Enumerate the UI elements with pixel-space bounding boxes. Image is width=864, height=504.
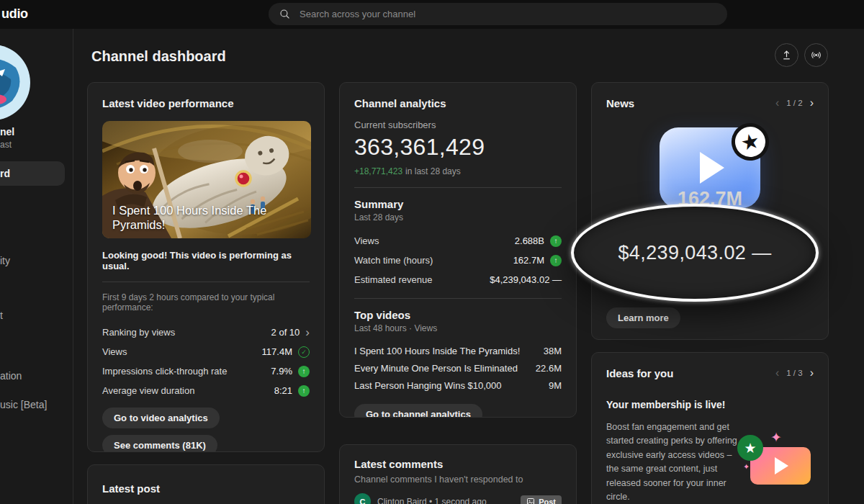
search-input[interactable] bbox=[300, 9, 717, 19]
top-bar: udio bbox=[0, 0, 864, 29]
sparkle-icon: ✦ bbox=[770, 429, 782, 446]
summary-row-views: Views 2.688B↑ bbox=[354, 231, 562, 251]
growth-period: in last 28 days bbox=[405, 166, 461, 176]
top-videos-period: Last 48 hours · Views bbox=[354, 323, 562, 333]
ideas-for-you-card: Ideas for you ‹ 1 / 3 › Your membership … bbox=[591, 352, 829, 504]
search-bar[interactable] bbox=[269, 3, 727, 25]
sidebar: nel ast rd ity t ation usic [Beta] bbox=[0, 29, 73, 504]
top-video-row[interactable]: Every Minute One Person Is Eliminated 22… bbox=[354, 359, 562, 377]
latest-comments-card: Latest comments Channel comments I haven… bbox=[339, 444, 577, 504]
sidebar-item-monetization[interactable]: ation bbox=[0, 370, 22, 382]
summary-row-watchtime: Watch time (hours) 162.7M↑ bbox=[354, 251, 562, 270]
latest-video-thumbnail[interactable]: I Spent 100 Hours Inside The Pyramids! bbox=[102, 121, 311, 238]
metric-value: 8:21 bbox=[274, 385, 292, 396]
go-live-icon bbox=[810, 49, 822, 61]
card-title: Latest comments bbox=[354, 458, 562, 470]
channel-analytics-card: Channel analytics Current subscribers 36… bbox=[339, 82, 577, 418]
metric-value: 162.7M bbox=[513, 255, 544, 266]
sidebar-item-label: rd bbox=[0, 168, 10, 179]
comparison-note: First 9 days 2 hours compared to your ty… bbox=[102, 292, 310, 312]
ideas-pager: ‹ 1 / 3 › bbox=[775, 366, 814, 379]
divider bbox=[354, 187, 562, 188]
summary-title: Summary bbox=[354, 198, 562, 210]
sidebar-item-music-beta[interactable]: usic [Beta] bbox=[0, 399, 47, 410]
thumbnail-title-overlay: I Spent 100 Hours Inside The Pyramids! bbox=[112, 203, 274, 233]
metric-label: Estimated revenue bbox=[354, 274, 432, 285]
card-title: Latest video performance bbox=[102, 97, 310, 109]
metric-value: 7.9% bbox=[271, 366, 292, 377]
go-to-video-analytics-button[interactable]: Go to video analytics bbox=[102, 408, 220, 428]
magnifier-lens-annotation: $4,239,043.02 — bbox=[571, 204, 819, 302]
top-video-title: Last Person Hanging Wins $10,000 bbox=[354, 380, 502, 391]
pager-count: 1 / 2 bbox=[786, 99, 802, 107]
metric-row-views: Views 117.4M✓ bbox=[102, 342, 310, 361]
metric-label: Average view duration bbox=[102, 385, 194, 396]
check-circle-icon: ✓ bbox=[298, 346, 310, 358]
arrow-up-circle-icon: ↑ bbox=[550, 235, 562, 247]
sidebar-item-fragment[interactable]: t bbox=[0, 310, 3, 321]
pager-next-icon[interactable]: › bbox=[810, 96, 814, 109]
divider bbox=[354, 298, 562, 299]
metric-row-ranking[interactable]: Ranking by views 2 of 10› bbox=[102, 323, 310, 342]
go-live-button[interactable] bbox=[804, 43, 828, 67]
metric-label: Impressions click-through rate bbox=[102, 366, 227, 377]
pager-prev-icon[interactable]: ‹ bbox=[775, 96, 779, 109]
metric-label: Ranking by views bbox=[102, 327, 175, 338]
top-video-row[interactable]: Last Person Hanging Wins $10,000 9M bbox=[354, 377, 562, 394]
membership-star-badge-icon: ★ bbox=[737, 435, 763, 461]
avatar-art bbox=[0, 45, 30, 120]
pager-prev-icon[interactable]: ‹ bbox=[775, 366, 779, 379]
divider bbox=[102, 282, 310, 282]
metric-value: $4,239,043.02 — bbox=[490, 274, 562, 285]
latest-post-card: Latest post bbox=[87, 464, 325, 504]
metric-value: 2.688B bbox=[515, 235, 544, 246]
learn-more-button[interactable]: Learn more bbox=[606, 307, 680, 328]
metric-row-avd: Average view duration 8:21↑ bbox=[102, 381, 310, 400]
summary-period: Last 28 days bbox=[354, 212, 562, 222]
ideas-headline: Your membership is live! bbox=[606, 399, 725, 410]
card-title: Latest post bbox=[102, 482, 310, 495]
top-video-views: 38M bbox=[544, 346, 562, 356]
sidebar-divider bbox=[73, 29, 73, 504]
commenter-avatar: C bbox=[354, 493, 371, 504]
channel-avatar[interactable] bbox=[0, 45, 30, 120]
pager-next-icon[interactable]: › bbox=[810, 366, 814, 379]
upload-icon bbox=[780, 49, 793, 61]
subscriber-count: 363,361,429 bbox=[354, 134, 562, 161]
star-icon: ★ bbox=[744, 441, 756, 455]
arrow-up-circle-icon: ↑ bbox=[298, 385, 310, 397]
lens-revenue-value: $4,239,043.02 — bbox=[618, 242, 771, 264]
see-comments-button[interactable]: See comments (81K) bbox=[102, 435, 217, 452]
post-badge-label: Post bbox=[539, 498, 556, 504]
studio-logo-fragment[interactable]: udio bbox=[1, 6, 28, 22]
metric-label: Watch time (hours) bbox=[354, 255, 433, 266]
upload-video-button[interactable] bbox=[775, 43, 798, 67]
sidebar-channel-handle-fragment: ast bbox=[0, 140, 12, 150]
go-to-channel-analytics-button[interactable]: Go to channel analytics bbox=[354, 404, 482, 418]
top-videos-title: Top videos bbox=[354, 309, 562, 321]
metric-value: 2 of 10 bbox=[271, 327, 300, 338]
sidebar-item-community[interactable]: ity bbox=[0, 255, 10, 266]
arrow-up-circle-icon: ↑ bbox=[550, 255, 562, 266]
play-triangle-icon bbox=[700, 152, 724, 184]
sidebar-item-dashboard[interactable]: rd bbox=[0, 161, 65, 186]
performance-status: Looking good! This video is performing a… bbox=[102, 250, 310, 271]
card-title: Ideas for you bbox=[606, 367, 673, 379]
search-icon bbox=[279, 8, 291, 20]
summary-row-revenue: Estimated revenue $4,239,043.02 — bbox=[354, 270, 562, 289]
top-video-title: I Spent 100 Hours Inside The Pyramids! bbox=[354, 346, 520, 356]
subscriber-growth: +18,771,423 bbox=[354, 166, 402, 176]
metric-value: 117.4M bbox=[262, 346, 292, 357]
card-title: News bbox=[606, 97, 634, 109]
page-title: Channel dashboard bbox=[91, 48, 226, 65]
post-image-icon bbox=[526, 498, 535, 504]
pager-count: 1 / 3 bbox=[786, 369, 802, 377]
metric-row-ctr: Impressions click-through rate 7.9%↑ bbox=[102, 361, 310, 381]
top-video-views: 9M bbox=[549, 380, 562, 391]
star-icon: ★ bbox=[739, 130, 761, 154]
top-video-row[interactable]: I Spent 100 Hours Inside The Pyramids! 3… bbox=[354, 342, 562, 359]
post-badge[interactable]: Post bbox=[521, 495, 562, 504]
card-title: Channel analytics bbox=[354, 97, 562, 109]
metric-label: Views bbox=[354, 235, 379, 246]
play-triangle-icon bbox=[775, 457, 788, 474]
